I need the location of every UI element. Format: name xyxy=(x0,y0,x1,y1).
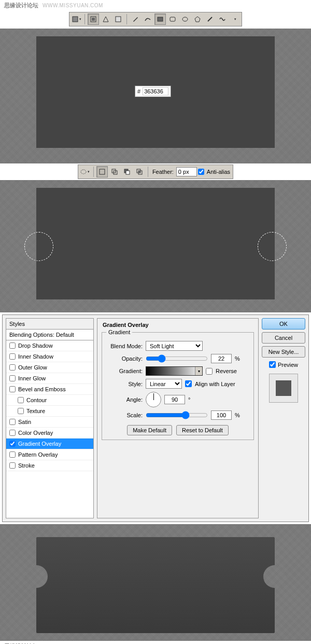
shape-layers-mode-button[interactable] xyxy=(88,13,99,25)
gradient-fieldset: Gradient Blend Mode: Soft Light Opacity:… xyxy=(102,332,254,440)
make-default-button[interactable]: Make Default xyxy=(127,425,172,435)
new-style-button[interactable]: New Style... xyxy=(262,346,305,358)
opacity-input[interactable] xyxy=(211,354,232,363)
panel-title: Gradient Overlay xyxy=(97,319,258,328)
antialias-label: Anti-alias xyxy=(205,169,232,175)
layer-style-dialog: Styles Blending Options: Default Drop Sh… xyxy=(2,314,309,522)
antialias-checkbox[interactable] xyxy=(198,169,204,175)
style-item-label: Outer Glow xyxy=(18,364,47,371)
style-checkbox[interactable] xyxy=(9,419,16,425)
dark-canvas: # xyxy=(36,36,275,148)
freeform-pen-icon[interactable] xyxy=(142,13,153,25)
style-checkbox[interactable] xyxy=(18,397,24,403)
styles-header[interactable]: Styles xyxy=(6,319,93,330)
toolbar-separator xyxy=(84,14,85,24)
gradient-swatch[interactable]: ▾ xyxy=(146,366,203,376)
reset-default-button[interactable]: Reset to Default xyxy=(176,425,229,435)
style-select[interactable]: Linear xyxy=(146,379,182,389)
style-item-pattern-overlay[interactable]: Pattern Overlay xyxy=(6,449,93,460)
style-item-drop-shadow[interactable]: Drop Shadow xyxy=(6,340,93,351)
style-item-label: Color Overlay xyxy=(18,430,53,436)
rectangle-tool-icon[interactable] xyxy=(154,13,166,25)
watermark-url: WWW.MISSYUAN.COM xyxy=(43,3,103,8)
style-checkbox[interactable] xyxy=(9,375,16,381)
add-selection-button[interactable] xyxy=(109,166,120,177)
toolbar-separator xyxy=(126,14,127,24)
polygon-tool-icon[interactable] xyxy=(192,13,203,25)
preview-label: Preview xyxy=(278,362,298,368)
style-item-label: Bevel and Emboss xyxy=(18,386,66,392)
style-checkbox[interactable] xyxy=(9,353,16,360)
angle-input[interactable] xyxy=(164,395,185,404)
dialog-actions: OK Cancel New Style... Preview xyxy=(262,318,305,518)
feather-input[interactable] xyxy=(176,167,197,176)
intersect-selection-button[interactable] xyxy=(134,166,145,177)
style-item-texture[interactable]: Texture xyxy=(6,406,93,417)
line-tool-icon[interactable] xyxy=(204,13,216,25)
svg-rect-0 xyxy=(73,17,78,22)
cancel-button[interactable]: Cancel xyxy=(262,332,305,344)
color-readout: # xyxy=(135,86,171,97)
fill-pixels-mode-button[interactable] xyxy=(112,13,124,25)
scale-label: Scale: xyxy=(106,412,143,418)
svg-rect-2 xyxy=(92,18,95,21)
blend-mode-select[interactable]: Soft Light xyxy=(146,341,203,351)
style-checkbox[interactable] xyxy=(9,364,16,371)
angle-dial[interactable] xyxy=(146,392,161,407)
style-item-bevel-and-emboss[interactable]: Bevel and Emboss xyxy=(6,384,93,395)
settings-panel: Gradient Overlay Gradient Blend Mode: So… xyxy=(97,318,259,518)
preview-swatch-inner xyxy=(276,380,291,396)
watermark-top: 思缘设计论坛 WWW.MISSYUAN.COM xyxy=(0,0,311,11)
foreground-color-picker[interactable]: ▾ xyxy=(70,13,82,25)
style-item-gradient-overlay[interactable]: Gradient Overlay xyxy=(6,439,93,449)
ellipse-tool-icon[interactable] xyxy=(179,13,191,25)
style-item-color-overlay[interactable]: Color Overlay xyxy=(6,428,93,439)
style-item-label: Inner Glow xyxy=(18,375,46,381)
style-item-stroke[interactable]: Stroke xyxy=(6,460,93,471)
subtract-selection-button[interactable] xyxy=(121,166,133,177)
style-item-inner-shadow[interactable]: Inner Shadow xyxy=(6,351,93,362)
svg-rect-3 xyxy=(116,17,121,22)
hex-input[interactable] xyxy=(143,87,168,95)
blending-options-row[interactable]: Blending Options: Default xyxy=(6,330,93,340)
svg-line-7 xyxy=(208,17,212,21)
style-checkbox[interactable] xyxy=(9,342,16,349)
style-item-outer-glow[interactable]: Outer Glow xyxy=(6,362,93,373)
ok-button[interactable]: OK xyxy=(262,318,305,330)
shape-options-dropdown[interactable]: ▾ xyxy=(229,13,241,25)
new-selection-button[interactable] xyxy=(96,166,108,177)
style-checkbox[interactable] xyxy=(9,451,16,458)
rounded-rectangle-tool-icon[interactable] xyxy=(167,13,178,25)
marquee-selection-right xyxy=(258,232,287,261)
style-checkbox[interactable] xyxy=(9,462,16,469)
canvas-panel-3 xyxy=(0,524,311,641)
svg-rect-16 xyxy=(138,171,140,173)
reverse-checkbox[interactable] xyxy=(206,368,213,375)
preview-checkbox[interactable] xyxy=(269,361,276,368)
opacity-slider[interactable] xyxy=(146,354,208,363)
style-item-contour[interactable]: Contour xyxy=(6,395,93,406)
style-item-label: Stroke xyxy=(18,462,35,469)
canvas-panel-1: # xyxy=(0,29,311,163)
style-item-satin[interactable]: Satin xyxy=(6,417,93,428)
dark-canvas xyxy=(36,188,275,299)
paths-mode-button[interactable] xyxy=(100,13,111,25)
style-checkbox[interactable] xyxy=(9,386,16,392)
align-checkbox[interactable] xyxy=(185,380,192,387)
svg-rect-13 xyxy=(126,171,130,174)
marquee-toolbar: ▾ Feather: Anti-alias xyxy=(78,165,233,179)
scale-slider[interactable] xyxy=(146,411,208,419)
reverse-label: Reverse xyxy=(216,368,237,374)
percent-label: % xyxy=(235,412,240,418)
style-item-inner-glow[interactable]: Inner Glow xyxy=(6,373,93,384)
custom-shape-tool-icon[interactable] xyxy=(217,13,228,25)
scale-input[interactable] xyxy=(211,410,232,420)
ticket-shape xyxy=(36,537,275,633)
pen-tool-icon[interactable] xyxy=(130,13,141,25)
ellipse-marquee-icon[interactable]: ▾ xyxy=(79,166,91,177)
style-checkbox[interactable] xyxy=(18,408,24,414)
style-checkbox[interactable] xyxy=(9,441,16,447)
gradient-label: Gradient: xyxy=(106,368,143,374)
style-item-label: Contour xyxy=(26,397,47,403)
style-checkbox[interactable] xyxy=(9,430,16,436)
